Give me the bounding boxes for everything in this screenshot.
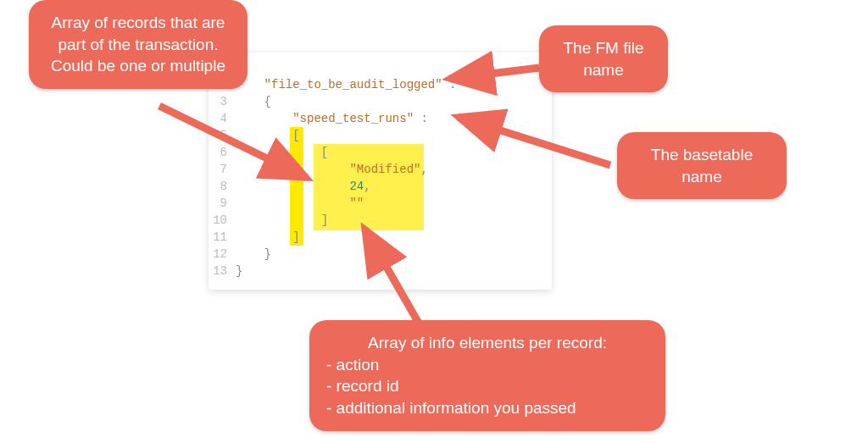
code-text: [ <box>236 144 328 161</box>
line-number: 3 <box>209 93 236 110</box>
callout-text: The FM file name <box>563 39 643 79</box>
code-line: 10 ] <box>209 212 552 229</box>
callout-item: - additional information you passed <box>326 397 648 419</box>
line-number: 9 <box>209 195 236 212</box>
code-line: 8 24, <box>209 178 552 195</box>
code-block: 1{2 "file_to_be_audit_logged" :3 {4 "spe… <box>209 53 552 290</box>
code-text: ] <box>236 212 328 229</box>
code-text: { <box>236 93 271 110</box>
line-number: 10 <box>209 212 236 229</box>
code-line: 6 [ <box>209 144 552 161</box>
callout-item: - action <box>326 354 648 376</box>
code-text: "Modified", <box>236 161 428 178</box>
line-number: 13 <box>209 263 236 280</box>
code-line: 9 "" <box>209 195 552 212</box>
line-number: 7 <box>209 161 236 178</box>
callout-per-record-info: Array of info elements per record: - act… <box>309 320 665 431</box>
code-line: 2 "file_to_be_audit_logged" : <box>209 76 552 93</box>
line-number: 4 <box>209 110 236 127</box>
callout-basetable-name: The basetable name <box>617 132 787 199</box>
callout-item: - record id <box>326 375 648 397</box>
line-number: 12 <box>209 246 236 263</box>
callout-text: Array of records that are part of the tr… <box>51 14 225 75</box>
code-line: 1{ <box>209 59 552 76</box>
line-number: 6 <box>209 144 236 161</box>
code-line: 13} <box>209 263 552 280</box>
code-text: 24, <box>236 178 371 195</box>
callout-fm-file-name: The FM file name <box>539 25 668 92</box>
code-text: } <box>236 246 271 263</box>
code-content: 1{2 "file_to_be_audit_logged" :3 {4 "spe… <box>209 59 552 280</box>
code-line: 7 "Modified", <box>209 161 552 178</box>
code-text: "file_to_be_audit_logged" : <box>236 76 456 93</box>
code-line: 11 ] <box>209 229 552 246</box>
callout-text: The basetable name <box>651 146 753 186</box>
code-text: ] <box>236 229 300 246</box>
code-line: 3 { <box>209 93 552 110</box>
code-text: [ <box>236 127 300 144</box>
line-number: 11 <box>209 229 236 246</box>
code-line: 12 } <box>209 246 552 263</box>
code-text: } <box>236 263 242 280</box>
code-text: "speed_test_runs" : <box>236 110 428 127</box>
callout-title: Array of info elements per record: <box>368 334 607 352</box>
line-number: 5 <box>209 127 236 144</box>
code-line: 4 "speed_test_runs" : <box>209 110 552 127</box>
line-number: 8 <box>209 178 236 195</box>
code-text: "" <box>236 195 364 212</box>
callout-records-array: Array of records that are part of the tr… <box>29 0 248 89</box>
code-line: 5 [ <box>209 127 552 144</box>
